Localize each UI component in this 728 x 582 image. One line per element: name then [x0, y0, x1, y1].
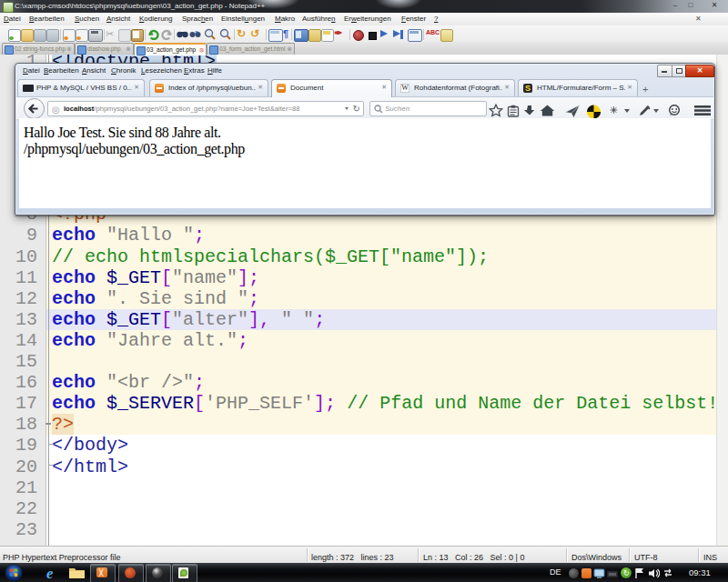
svg-text:a: a: [195, 29, 198, 35]
